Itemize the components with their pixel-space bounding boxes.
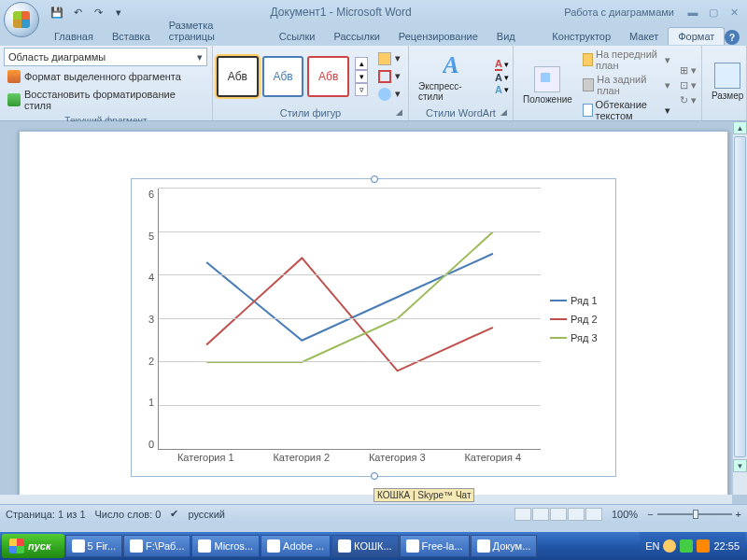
tab-references[interactable]: Ссылки <box>270 28 325 45</box>
bring-front-icon <box>583 53 593 66</box>
tab-view[interactable]: Вид <box>487 28 525 45</box>
legend-item[interactable]: Ряд 2 <box>550 314 606 325</box>
language-indicator[interactable]: русский <box>188 509 224 520</box>
group-button[interactable]: ⊡▾ <box>679 78 698 92</box>
status-bar: Страница: 1 из 1 Число слов: 0 ✔ русский… <box>0 504 747 523</box>
draft-view[interactable] <box>585 508 602 521</box>
group-arrange: Положение На передний план▾ На задний пл… <box>514 46 702 120</box>
zoom-out-icon[interactable]: − <box>647 509 653 520</box>
effects-icon <box>378 88 391 101</box>
gallery-more-icon[interactable]: ▿ <box>355 83 368 96</box>
tab-page-layout[interactable]: Разметка страницы <box>160 17 270 45</box>
group-label: Стили WordArt <box>426 107 496 119</box>
bring-front-button[interactable]: На передний план▾ <box>582 48 671 72</box>
spell-check-icon[interactable]: ✔ <box>170 508 178 520</box>
wordart-quickstyles-button[interactable]: A Экспресс-стили <box>413 49 489 104</box>
wrap-icon <box>583 104 593 117</box>
start-button[interactable]: пуск <box>2 534 64 558</box>
tab-layout[interactable]: Макет <box>620 28 668 45</box>
tab-mailings[interactable]: Рассылки <box>324 28 388 45</box>
taskbar-item[interactable]: F:\Раб... <box>123 535 190 557</box>
taskbar-item[interactable]: Micros... <box>191 535 260 557</box>
scroll-thumb[interactable] <box>734 136 746 457</box>
save-icon[interactable]: 💾 <box>49 4 65 21</box>
context-title: Работа с диаграммами <box>555 7 684 18</box>
tray-icon[interactable] <box>680 539 693 553</box>
send-back-button[interactable]: На задний план▾ <box>582 73 671 97</box>
position-button[interactable]: Положение <box>517 64 578 106</box>
vertical-scrollbar[interactable]: ▲ ▼ <box>732 121 747 495</box>
text-outline-button[interactable]: A▾ <box>495 72 509 83</box>
office-button[interactable] <box>4 2 39 37</box>
plot-area[interactable] <box>158 189 541 450</box>
size-icon <box>714 63 740 89</box>
gallery-up-icon[interactable]: ▴ <box>355 57 368 70</box>
shape-effects-button[interactable]: ▾ <box>374 86 404 103</box>
outline-view[interactable] <box>568 508 585 521</box>
dialog-launcher-icon[interactable]: ◢ <box>396 107 402 117</box>
text-effects-icon: A <box>495 84 502 95</box>
close-button[interactable]: ✕ <box>725 5 743 20</box>
zoom-level[interactable]: 100% <box>612 509 638 520</box>
skype-tooltip: КОШКА | Skype™ Чат <box>374 488 474 502</box>
taskbar-item[interactable]: 5 Fir... <box>65 535 123 557</box>
legend-item[interactable]: Ряд 3 <box>550 332 606 343</box>
tab-review[interactable]: Рецензирование <box>389 28 487 45</box>
qat-customize-icon[interactable]: ▾ <box>110 4 127 21</box>
taskbar-item[interactable]: Докум... <box>471 535 538 557</box>
tab-design[interactable]: Конструктор <box>543 28 620 45</box>
tray-icon[interactable] <box>697 539 710 553</box>
maximize-button[interactable]: ▢ <box>704 5 723 20</box>
tab-insert[interactable]: Вставка <box>103 28 160 45</box>
zoom-slider[interactable]: − + <box>647 509 741 520</box>
shape-style-1[interactable]: Абв <box>217 56 259 97</box>
chart-element-dropdown[interactable]: Область диаграммы ▾ <box>4 48 207 66</box>
print-layout-view[interactable] <box>514 508 531 521</box>
tab-home[interactable]: Главная <box>45 28 103 45</box>
help-icon[interactable]: ? <box>725 30 740 45</box>
group-wordart-styles: A Экспресс-стили A▾ A▾ A▾ Стили WordArt◢ <box>409 46 514 120</box>
chart-legend[interactable]: Ряд 1Ряд 2Ряд 3 <box>541 189 606 450</box>
language-indicator[interactable]: EN <box>645 540 659 552</box>
undo-icon[interactable]: ↶ <box>69 4 86 21</box>
shape-fill-button[interactable]: ▾ <box>374 50 404 67</box>
taskbar-item[interactable]: КОШК... <box>331 535 399 557</box>
reset-style-button[interactable]: Восстановить форматирование стиля <box>4 87 208 113</box>
text-wrap-button[interactable]: Обтекание текстом▾ <box>582 98 671 122</box>
full-screen-view[interactable] <box>532 508 549 521</box>
shape-style-3[interactable]: Абв <box>307 56 349 97</box>
web-layout-view[interactable] <box>550 508 567 521</box>
fill-icon <box>378 52 391 65</box>
align-button[interactable]: ⊞▾ <box>679 63 698 77</box>
scroll-down-icon[interactable]: ▼ <box>733 459 747 472</box>
text-effects-button[interactable]: A▾ <box>495 84 509 95</box>
shape-outline-button[interactable]: ▾ <box>374 68 404 85</box>
format-icon <box>7 70 21 83</box>
tray-icon[interactable] <box>663 539 676 553</box>
dialog-launcher-icon[interactable]: ◢ <box>500 107 507 117</box>
text-fill-button[interactable]: A▾ <box>495 58 509 71</box>
scroll-up-icon[interactable]: ▲ <box>733 121 747 134</box>
group-shape-styles: Абв Абв Абв ▴ ▾ ▿ ▾ ▾ ▾ Стили фигур◢ <box>213 46 409 120</box>
page-indicator[interactable]: Страница: 1 из 1 <box>6 509 86 520</box>
taskbar-item[interactable]: Free-la... <box>400 535 470 557</box>
chart-area[interactable]: 6543210 Ряд 1Ряд 2Ряд 3 Категория 1Катег… <box>131 178 616 477</box>
zoom-in-icon[interactable]: + <box>736 509 741 520</box>
gallery-down-icon[interactable]: ▾ <box>355 70 368 83</box>
tab-format[interactable]: Формат <box>668 27 725 45</box>
taskbar-item[interactable]: Adobe ... <box>261 535 331 557</box>
rotate-icon: ↻ <box>680 94 688 106</box>
text-fill-icon: A <box>495 58 502 71</box>
size-button[interactable]: Размер <box>706 61 747 103</box>
minimize-button[interactable]: ▬ <box>684 5 702 20</box>
rotate-button[interactable]: ↻▾ <box>679 93 698 107</box>
shape-style-2[interactable]: Абв <box>262 56 304 97</box>
title-bar: 💾 ↶ ↷ ▾ Документ1 - Microsoft Word Работ… <box>0 0 747 24</box>
redo-icon[interactable]: ↷ <box>90 4 106 21</box>
word-count[interactable]: Число слов: 0 <box>95 509 162 520</box>
legend-item[interactable]: Ряд 1 <box>550 295 606 306</box>
format-selection-button[interactable]: Формат выделенного фрагмента <box>4 68 208 85</box>
clock[interactable]: 22:55 <box>713 540 740 552</box>
horizontal-scrollbar[interactable] <box>0 495 732 504</box>
page[interactable]: 6543210 Ряд 1Ряд 2Ряд 3 Категория 1Катег… <box>19 131 728 504</box>
